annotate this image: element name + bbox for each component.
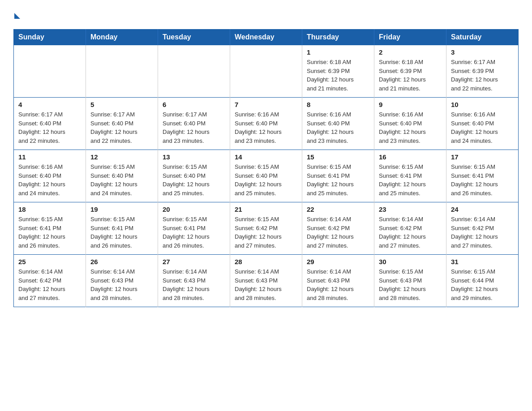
calendar-cell-w1-d1 <box>14 45 86 98</box>
day-number: 9 <box>379 101 442 108</box>
day-info: Sunrise: 6:15 AMSunset: 6:40 PMDaylight:… <box>90 163 153 197</box>
calendar-cell-w4-d3: 20Sunrise: 6:15 AMSunset: 6:41 PMDayligh… <box>158 202 230 255</box>
week-row-1: 1Sunrise: 6:18 AMSunset: 6:39 PMDaylight… <box>14 45 519 98</box>
logo-arrow-icon <box>14 13 20 19</box>
calendar-cell-w5-d4: 28Sunrise: 6:14 AMSunset: 6:43 PMDayligh… <box>230 255 302 307</box>
calendar-cell-w1-d4 <box>230 45 302 98</box>
day-info: Sunrise: 6:14 AMSunset: 6:42 PMDaylight:… <box>307 215 369 250</box>
calendar-cell-w2-d2: 5Sunrise: 6:17 AMSunset: 6:40 PMDaylight… <box>86 98 158 150</box>
day-number: 14 <box>235 153 297 161</box>
day-number: 18 <box>18 206 81 213</box>
day-number: 16 <box>379 153 442 161</box>
week-row-4: 18Sunrise: 6:15 AMSunset: 6:41 PMDayligh… <box>14 202 519 255</box>
calendar-cell-w3-d3: 13Sunrise: 6:15 AMSunset: 6:40 PMDayligh… <box>158 150 230 202</box>
day-number: 22 <box>307 206 369 213</box>
calendar-cell-w3-d6: 16Sunrise: 6:15 AMSunset: 6:41 PMDayligh… <box>374 150 446 202</box>
calendar-cell-w3-d1: 11Sunrise: 6:16 AMSunset: 6:40 PMDayligh… <box>14 150 86 202</box>
calendar-cell-w3-d2: 12Sunrise: 6:15 AMSunset: 6:40 PMDayligh… <box>86 150 158 202</box>
day-info: Sunrise: 6:16 AMSunset: 6:40 PMDaylight:… <box>379 110 442 145</box>
day-info: Sunrise: 6:14 AMSunset: 6:43 PMDaylight:… <box>163 267 225 302</box>
day-info: Sunrise: 6:14 AMSunset: 6:43 PMDaylight:… <box>235 267 297 302</box>
day-info: Sunrise: 6:16 AMSunset: 6:40 PMDaylight:… <box>235 110 297 145</box>
calendar-cell-w5-d1: 25Sunrise: 6:14 AMSunset: 6:42 PMDayligh… <box>14 255 86 307</box>
day-number: 27 <box>163 258 225 265</box>
day-number: 21 <box>235 206 297 213</box>
day-number: 26 <box>90 258 153 265</box>
day-number: 17 <box>451 153 514 161</box>
week-row-2: 4Sunrise: 6:17 AMSunset: 6:40 PMDaylight… <box>14 98 519 150</box>
weekday-header-thursday: Thursday <box>302 30 374 45</box>
calendar-cell-w5-d3: 27Sunrise: 6:14 AMSunset: 6:43 PMDayligh… <box>158 255 230 307</box>
calendar-cell-w3-d7: 17Sunrise: 6:15 AMSunset: 6:41 PMDayligh… <box>446 150 519 202</box>
calendar-cell-w1-d7: 3Sunrise: 6:17 AMSunset: 6:39 PMDaylight… <box>446 45 519 98</box>
day-number: 13 <box>163 153 225 161</box>
week-row-3: 11Sunrise: 6:16 AMSunset: 6:40 PMDayligh… <box>14 150 519 202</box>
day-info: Sunrise: 6:15 AMSunset: 6:42 PMDaylight:… <box>235 215 297 250</box>
calendar-cell-w2-d7: 10Sunrise: 6:16 AMSunset: 6:40 PMDayligh… <box>446 98 519 150</box>
calendar-cell-w4-d6: 23Sunrise: 6:14 AMSunset: 6:42 PMDayligh… <box>374 202 446 255</box>
weekday-header-saturday: Saturday <box>446 30 519 45</box>
day-number: 31 <box>451 258 514 265</box>
weekday-header-friday: Friday <box>374 30 446 45</box>
day-info: Sunrise: 6:14 AMSunset: 6:42 PMDaylight:… <box>18 267 81 302</box>
day-number: 28 <box>235 258 297 265</box>
week-row-5: 25Sunrise: 6:14 AMSunset: 6:42 PMDayligh… <box>14 255 519 307</box>
day-info: Sunrise: 6:14 AMSunset: 6:43 PMDaylight:… <box>307 267 369 302</box>
day-info: Sunrise: 6:15 AMSunset: 6:43 PMDaylight:… <box>379 267 442 302</box>
day-number: 20 <box>163 206 225 213</box>
day-number: 3 <box>451 48 514 56</box>
calendar-cell-w4-d1: 18Sunrise: 6:15 AMSunset: 6:41 PMDayligh… <box>14 202 86 255</box>
day-number: 29 <box>307 258 369 265</box>
day-number: 5 <box>90 101 153 108</box>
weekday-header-tuesday: Tuesday <box>158 30 230 45</box>
day-number: 11 <box>18 153 81 161</box>
day-number: 23 <box>379 206 442 213</box>
day-info: Sunrise: 6:15 AMSunset: 6:40 PMDaylight:… <box>235 163 297 197</box>
weekday-header-monday: Monday <box>86 30 158 45</box>
day-number: 12 <box>90 153 153 161</box>
calendar-cell-w1-d5: 1Sunrise: 6:18 AMSunset: 6:39 PMDaylight… <box>302 45 374 98</box>
weekday-header-row: SundayMondayTuesdayWednesdayThursdayFrid… <box>14 30 519 45</box>
calendar-cell-w5-d6: 30Sunrise: 6:15 AMSunset: 6:43 PMDayligh… <box>374 255 446 307</box>
day-info: Sunrise: 6:15 AMSunset: 6:41 PMDaylight:… <box>451 163 514 197</box>
calendar-cell-w2-d3: 6Sunrise: 6:17 AMSunset: 6:40 PMDaylight… <box>158 98 230 150</box>
day-info: Sunrise: 6:17 AMSunset: 6:40 PMDaylight:… <box>163 110 225 145</box>
day-info: Sunrise: 6:15 AMSunset: 6:40 PMDaylight:… <box>163 163 225 197</box>
calendar-cell-w2-d5: 8Sunrise: 6:16 AMSunset: 6:40 PMDaylight… <box>302 98 374 150</box>
calendar-cell-w1-d2 <box>86 45 158 98</box>
day-info: Sunrise: 6:15 AMSunset: 6:41 PMDaylight:… <box>18 215 81 250</box>
day-info: Sunrise: 6:17 AMSunset: 6:39 PMDaylight:… <box>451 58 514 93</box>
day-number: 24 <box>451 206 514 213</box>
day-number: 25 <box>18 258 81 265</box>
calendar-table: SundayMondayTuesdayWednesdayThursdayFrid… <box>13 29 519 307</box>
calendar-cell-w2-d4: 7Sunrise: 6:16 AMSunset: 6:40 PMDaylight… <box>230 98 302 150</box>
logo <box>13 9 20 21</box>
page-header <box>13 9 519 21</box>
weekday-header-wednesday: Wednesday <box>230 30 302 45</box>
calendar-cell-w1-d3 <box>158 45 230 98</box>
day-info: Sunrise: 6:15 AMSunset: 6:41 PMDaylight:… <box>379 163 442 197</box>
day-info: Sunrise: 6:16 AMSunset: 6:40 PMDaylight:… <box>451 110 514 145</box>
calendar-cell-w5-d5: 29Sunrise: 6:14 AMSunset: 6:43 PMDayligh… <box>302 255 374 307</box>
day-info: Sunrise: 6:16 AMSunset: 6:40 PMDaylight:… <box>18 163 81 197</box>
day-info: Sunrise: 6:16 AMSunset: 6:40 PMDaylight:… <box>307 110 369 145</box>
day-number: 6 <box>163 101 225 108</box>
calendar-cell-w1-d6: 2Sunrise: 6:18 AMSunset: 6:39 PMDaylight… <box>374 45 446 98</box>
day-info: Sunrise: 6:15 AMSunset: 6:44 PMDaylight:… <box>451 267 514 302</box>
day-info: Sunrise: 6:14 AMSunset: 6:42 PMDaylight:… <box>379 215 442 250</box>
calendar-cell-w5-d7: 31Sunrise: 6:15 AMSunset: 6:44 PMDayligh… <box>446 255 519 307</box>
calendar-cell-w2-d1: 4Sunrise: 6:17 AMSunset: 6:40 PMDaylight… <box>14 98 86 150</box>
day-number: 1 <box>307 48 369 56</box>
day-number: 10 <box>451 101 514 108</box>
calendar-cell-w3-d5: 15Sunrise: 6:15 AMSunset: 6:41 PMDayligh… <box>302 150 374 202</box>
day-info: Sunrise: 6:14 AMSunset: 6:42 PMDaylight:… <box>451 215 514 250</box>
calendar-cell-w4-d7: 24Sunrise: 6:14 AMSunset: 6:42 PMDayligh… <box>446 202 519 255</box>
day-number: 19 <box>90 206 153 213</box>
day-info: Sunrise: 6:15 AMSunset: 6:41 PMDaylight:… <box>90 215 153 250</box>
day-number: 2 <box>379 48 442 56</box>
calendar-cell-w4-d5: 22Sunrise: 6:14 AMSunset: 6:42 PMDayligh… <box>302 202 374 255</box>
day-info: Sunrise: 6:18 AMSunset: 6:39 PMDaylight:… <box>379 58 442 93</box>
calendar-cell-w3-d4: 14Sunrise: 6:15 AMSunset: 6:40 PMDayligh… <box>230 150 302 202</box>
day-number: 8 <box>307 101 369 108</box>
day-info: Sunrise: 6:17 AMSunset: 6:40 PMDaylight:… <box>90 110 153 145</box>
